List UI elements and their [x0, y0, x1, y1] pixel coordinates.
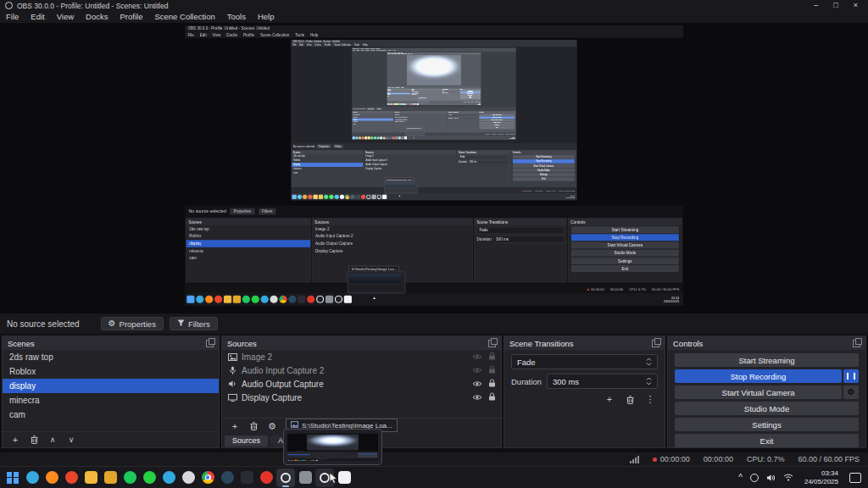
- move-scene-down-button[interactable]: ∨: [65, 435, 77, 445]
- tab-sources[interactable]: Sources: [225, 435, 268, 446]
- taskbar-firefox-icon[interactable]: [42, 469, 61, 487]
- source-properties-button[interactable]: ⚙: [266, 422, 278, 431]
- source-row[interactable]: Display Capture: [222, 391, 501, 404]
- menu-profile[interactable]: Profile: [114, 11, 149, 23]
- taskbar-epic-games-icon[interactable]: [237, 469, 256, 487]
- dock-popout-icon[interactable]: [488, 340, 496, 347]
- taskbar-thumbnail-popup[interactable]: OBS 30.0.0 - Profile: Untitled - Scenes:…: [283, 429, 382, 465]
- taskbar-file-explorer-icon[interactable]: [81, 469, 100, 487]
- studio-mode-button[interactable]: Studio Mode: [675, 402, 859, 415]
- virtual-camera-settings-button[interactable]: ⚙: [843, 385, 859, 399]
- taskbar-start-icon[interactable]: [3, 469, 22, 487]
- menu-file[interactable]: File: [0, 11, 25, 23]
- transitions-body: Fade Duration 300 ms + ⋮: [504, 350, 665, 404]
- source-row[interactable]: Audio Output Capture: [222, 377, 501, 391]
- source-label: Audio Output Capture: [242, 380, 324, 389]
- menu-bar: File Edit View Docks Profile Scene Colle…: [0, 11, 868, 23]
- remove-scene-button[interactable]: [28, 435, 40, 444]
- duration-spinbox[interactable]: 300 ms: [547, 374, 658, 389]
- minimize-button[interactable]: –: [814, 0, 818, 11]
- scene-item-display[interactable]: display: [3, 379, 219, 393]
- sources-dock-header[interactable]: Sources: [222, 336, 501, 350]
- eye-icon[interactable]: [472, 393, 482, 402]
- close-button[interactable]: ×: [854, 0, 858, 11]
- eye-icon[interactable]: [472, 366, 482, 375]
- scenes-dock-title: Scenes: [8, 339, 35, 348]
- taskbar-whatsapp-icon[interactable]: [140, 469, 159, 487]
- image-icon: [227, 353, 237, 361]
- move-scene-up-button[interactable]: ∧: [47, 435, 58, 445]
- controls-dock-header[interactable]: Controls: [668, 336, 865, 350]
- transition-properties-button[interactable]: ⋮: [644, 395, 656, 404]
- taskbar-github-icon[interactable]: [179, 469, 198, 487]
- add-source-button[interactable]: +: [229, 422, 241, 431]
- speaker-icon: [227, 380, 237, 388]
- clock-date: 24/05/2025: [804, 478, 838, 486]
- dock-popout-icon[interactable]: [206, 340, 214, 347]
- captured-screen-haze: [407, 55, 461, 86]
- source-toolbar: No source selected ⚙ Properties Filters: [0, 313, 868, 334]
- lock-icon[interactable]: [488, 392, 496, 402]
- start-virtual-camera-button[interactable]: Start Virtual Camera: [675, 385, 842, 399]
- spin-arrows-icon[interactable]: [646, 377, 652, 385]
- stop-recording-button[interactable]: Stop Recording: [675, 369, 842, 383]
- menu-view[interactable]: View: [51, 11, 80, 23]
- start-streaming-button[interactable]: Start Streaming: [675, 353, 859, 367]
- captured-obs-screen: OBS 30.0.0 - Profile: Untitled - Scenes:…: [387, 53, 481, 106]
- scenes-dock-header[interactable]: Scenes: [3, 336, 219, 350]
- notification-icon[interactable]: [849, 473, 861, 483]
- remove-source-button[interactable]: [248, 422, 259, 430]
- add-transition-button[interactable]: +: [604, 395, 615, 404]
- menu-tools[interactable]: Tools: [221, 11, 252, 23]
- source-row[interactable]: Audio Input Capture 2: [222, 363, 501, 377]
- taskbar-opera-icon[interactable]: [257, 469, 275, 487]
- maximize-button[interactable]: □: [833, 0, 837, 11]
- transition-select[interactable]: Fade: [511, 354, 658, 369]
- taskbar-clock[interactable]: 03:34 24/05/2025: [804, 469, 838, 485]
- mic-icon: [227, 366, 237, 375]
- taskbar-chrome-icon[interactable]: [198, 469, 217, 487]
- taskbar-folder-icon[interactable]: [101, 469, 120, 487]
- lock-icon[interactable]: [488, 365, 496, 375]
- pause-recording-button[interactable]: [843, 369, 859, 383]
- menu-help[interactable]: Help: [252, 11, 281, 23]
- scene-item-2ds-raw-top[interactable]: 2ds raw top: [3, 350, 219, 364]
- scene-item-roblox[interactable]: Roblox: [3, 364, 219, 379]
- taskbar-edge-icon[interactable]: [23, 469, 42, 487]
- dock-popout-icon[interactable]: [652, 340, 659, 347]
- eye-icon[interactable]: [472, 352, 482, 362]
- captured-obs-screen: OBS 30.0.0 - Profile: Untitled - Scenes:…: [291, 40, 577, 201]
- taskbar-obs-icon[interactable]: [276, 469, 295, 487]
- menu-scene-collection[interactable]: Scene Collection: [148, 11, 220, 23]
- taskbar-telegram-icon[interactable]: [159, 469, 178, 487]
- remove-transition-button[interactable]: [624, 395, 636, 404]
- eye-icon[interactable]: [472, 380, 482, 389]
- taskbar-steam-icon[interactable]: [218, 469, 236, 487]
- preview-canvas[interactable]: OBS 30.0.0 - Profile: Untitled - Scenes:…: [0, 23, 868, 313]
- settings-button[interactable]: Settings: [675, 418, 859, 431]
- scene-item-minecra[interactable]: minecra: [3, 393, 219, 408]
- source-label: Image 2: [242, 352, 272, 362]
- lock-icon[interactable]: [488, 379, 496, 389]
- captured-obs-screen: OBS 30.0.0 - Profile: Untitled - Scenes:…: [185, 25, 683, 306]
- filters-button[interactable]: Filters: [170, 317, 218, 330]
- taskbar-spotify-icon[interactable]: [120, 469, 139, 487]
- dock-popout-icon[interactable]: [853, 340, 860, 347]
- taskbar-brave-icon[interactable]: [62, 469, 81, 487]
- lock-icon[interactable]: [488, 352, 496, 362]
- add-scene-button[interactable]: +: [9, 435, 21, 445]
- menu-edit[interactable]: Edit: [25, 11, 50, 23]
- duration-label: Duration: [511, 377, 542, 386]
- exit-button[interactable]: Exit: [675, 434, 859, 447]
- tray-expand-icon[interactable]: ^: [738, 473, 743, 482]
- scene-item-cam[interactable]: cam: [3, 408, 219, 422]
- transitions-dock-header[interactable]: Scene Transitions: [504, 336, 665, 350]
- menu-docks[interactable]: Docks: [80, 11, 114, 23]
- source-row[interactable]: Image 2: [222, 350, 501, 363]
- tray-obs-icon[interactable]: [750, 474, 759, 482]
- network-wifi-icon[interactable]: [783, 474, 793, 481]
- volume-icon[interactable]: [766, 474, 776, 482]
- captured-obs-screen: OBS 30.0.0 - Profile: Untitled - Scenes:…: [287, 433, 378, 461]
- taskbar-sandbox-icon[interactable]: [296, 469, 314, 487]
- properties-button[interactable]: ⚙ Properties: [101, 317, 164, 330]
